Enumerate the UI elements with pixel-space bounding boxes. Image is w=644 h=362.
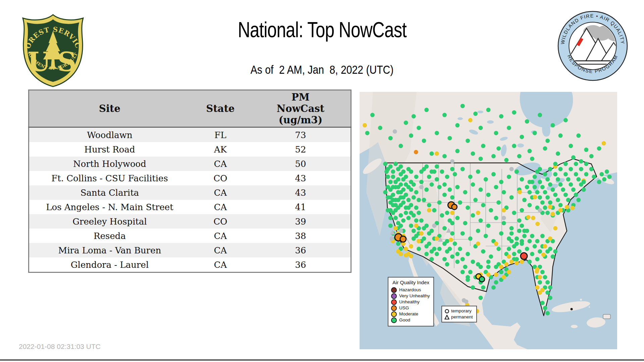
monitor-dot[interactable] [517, 219, 522, 223]
monitor-dot[interactable] [462, 298, 466, 303]
monitor-dot[interactable] [455, 252, 460, 256]
monitor-dot[interactable] [435, 236, 439, 241]
monitor-dot[interactable] [538, 167, 542, 171]
monitor-dot[interactable] [579, 159, 583, 164]
monitor-dot[interactable] [393, 162, 398, 166]
monitor-dot[interactable] [496, 247, 501, 251]
monitor-dot[interactable] [584, 162, 588, 166]
monitor-dot[interactable] [582, 180, 586, 184]
monitor-dot[interactable] [538, 249, 542, 254]
monitor-dot[interactable] [388, 208, 393, 213]
monitor-dot[interactable] [553, 162, 557, 166]
monitor-dot[interactable] [533, 175, 537, 179]
monitor-dot[interactable] [466, 275, 470, 280]
monitor-dot[interactable] [463, 190, 467, 194]
monitor-dot[interactable] [527, 180, 532, 184]
top-site-marker[interactable] [479, 277, 485, 282]
monitor-dot[interactable] [589, 167, 594, 171]
monitor-dot[interactable] [574, 162, 578, 166]
monitor-dot[interactable] [540, 185, 545, 189]
monitor-dot[interactable] [494, 216, 498, 220]
top-site-marker[interactable] [400, 236, 406, 242]
monitor-dot[interactable] [556, 177, 560, 182]
monitor-dot[interactable] [530, 252, 534, 256]
monitor-dot[interactable] [414, 190, 419, 194]
monitor-dot[interactable] [458, 247, 462, 251]
monitor-dot[interactable] [424, 252, 429, 256]
monitor-dot[interactable] [447, 136, 452, 140]
monitor-dot[interactable] [442, 182, 447, 187]
monitor-dot[interactable] [548, 247, 552, 251]
monitor-dot[interactable] [520, 242, 524, 246]
monitor-dot[interactable] [520, 224, 524, 228]
monitor-dot[interactable] [393, 216, 398, 220]
monitor-dot[interactable] [522, 234, 527, 238]
monitor-dot[interactable] [427, 242, 431, 246]
monitor-dot[interactable] [396, 242, 400, 246]
monitor-dot[interactable] [499, 231, 503, 236]
monitor-dot[interactable] [545, 280, 550, 285]
monitor-dot[interactable] [419, 219, 424, 223]
monitor-dot[interactable] [479, 157, 483, 161]
monitor-dot[interactable] [571, 308, 573, 310]
monitor-dot[interactable] [541, 253, 546, 257]
monitor-dot[interactable] [442, 226, 447, 231]
monitor-dot[interactable] [502, 216, 506, 220]
monitor-dot[interactable] [449, 238, 453, 242]
monitor-dot[interactable] [430, 257, 434, 261]
monitor-dot[interactable] [391, 185, 395, 189]
monitor-dot[interactable] [401, 195, 406, 199]
monitor-dot[interactable] [538, 180, 542, 184]
monitor-dot[interactable] [409, 244, 413, 248]
monitor-dot[interactable] [363, 123, 367, 127]
monitor-dot[interactable] [417, 198, 421, 202]
monitor-dot[interactable] [476, 170, 480, 174]
monitor-dot[interactable] [569, 144, 573, 148]
monitor-dot[interactable] [450, 221, 454, 225]
monitor-dot[interactable] [458, 200, 462, 205]
monitor-dot[interactable] [540, 301, 545, 305]
monitor-dot[interactable] [447, 187, 452, 192]
monitor-dot[interactable] [406, 205, 411, 210]
monitor-dot[interactable] [384, 170, 389, 174]
monitor-dot[interactable] [512, 211, 516, 215]
monitor-dot[interactable] [435, 164, 439, 169]
monitor-dot[interactable] [576, 198, 581, 202]
monitor-dot[interactable] [486, 108, 491, 112]
monitor-dot[interactable] [540, 270, 545, 274]
monitor-dot[interactable] [479, 126, 483, 130]
monitor-dot[interactable] [548, 167, 552, 171]
monitor-dot[interactable] [533, 131, 537, 135]
monitor-dot[interactable] [450, 211, 454, 215]
monitor-dot[interactable] [538, 280, 542, 285]
monitor-dot[interactable] [466, 205, 470, 210]
monitor-dot[interactable] [435, 252, 439, 256]
monitor-dot[interactable] [383, 190, 387, 194]
monitor-dot[interactable] [466, 138, 470, 143]
monitor-dot[interactable] [427, 175, 431, 179]
monitor-dot[interactable] [450, 195, 454, 199]
monitor-dot[interactable] [507, 254, 511, 259]
monitor-dot[interactable] [437, 247, 442, 251]
monitor-dot[interactable] [526, 215, 531, 220]
monitor-dot[interactable] [597, 146, 601, 151]
monitor-dot[interactable] [398, 144, 403, 148]
monitor-dot[interactable] [468, 175, 473, 179]
monitor-dot[interactable] [476, 262, 480, 266]
monitor-dot[interactable] [515, 170, 519, 174]
monitor-dot[interactable] [540, 288, 545, 292]
monitor-dot[interactable] [386, 175, 390, 179]
monitor-dot[interactable] [398, 164, 403, 169]
monitor-dot[interactable] [564, 118, 568, 122]
monitor-dot[interactable] [535, 269, 539, 274]
monitor-dot[interactable] [445, 175, 449, 179]
monitor-dot[interactable] [538, 208, 542, 213]
monitor-dot[interactable] [517, 249, 522, 254]
monitor-dot[interactable] [437, 200, 442, 205]
monitor-dot[interactable] [540, 234, 545, 238]
monitor-dot[interactable] [430, 152, 434, 156]
monitor-dot[interactable] [484, 177, 488, 182]
monitor-dot[interactable] [489, 254, 493, 259]
monitor-dot[interactable] [378, 126, 382, 130]
monitor-dot[interactable] [409, 133, 413, 138]
